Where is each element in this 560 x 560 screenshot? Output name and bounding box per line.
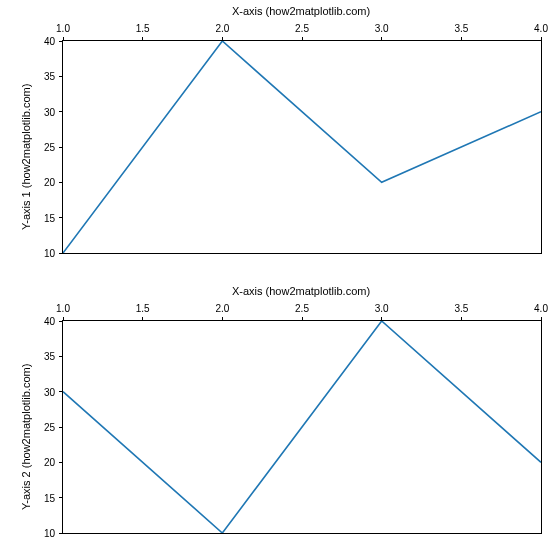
ytick-label: 30 xyxy=(31,386,55,397)
ytick-label: 20 xyxy=(31,457,55,468)
ytick-label: 15 xyxy=(31,492,55,503)
ytick-label: 10 xyxy=(31,528,55,539)
xtick-label: 3.0 xyxy=(375,303,389,314)
figure: X-axis (how2matplotlib.com) Y-axis 1 (ho… xyxy=(0,0,560,560)
xtick-label: 3.5 xyxy=(454,303,468,314)
xlabel-2: X-axis (how2matplotlib.com) xyxy=(62,285,540,297)
xtick-label: 2.5 xyxy=(295,303,309,314)
xtick-label: 1.5 xyxy=(136,303,150,314)
plot-area-2: 1.01.52.02.53.03.54.010152025303540 xyxy=(62,320,542,534)
subplot-2: X-axis (how2matplotlib.com) Y-axis 2 (ho… xyxy=(0,0,560,560)
xtick-label: 4.0 xyxy=(534,303,548,314)
xtick-label: 2.0 xyxy=(215,303,229,314)
line-series xyxy=(63,321,541,533)
ytick-label: 40 xyxy=(31,316,55,327)
ytick-label: 25 xyxy=(31,422,55,433)
ytick-label: 35 xyxy=(31,351,55,362)
xtick-label: 1.0 xyxy=(56,303,70,314)
